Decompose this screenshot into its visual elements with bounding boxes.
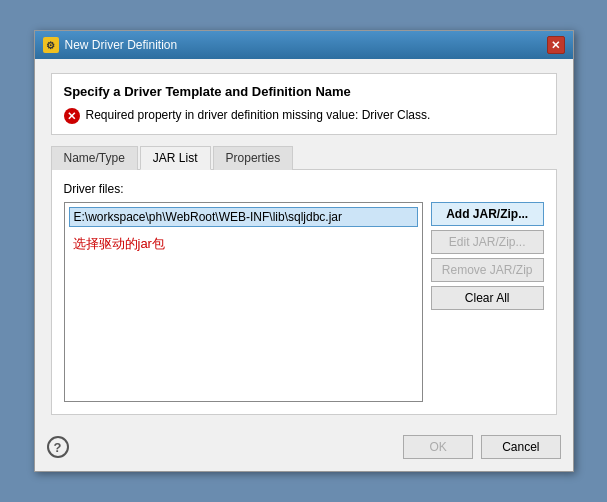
tab-content: Driver files: E:\workspace\ph\WebRoot\WE… [51,170,557,415]
dialog-window: ⚙ New Driver Definition ✕ Specify a Driv… [34,30,574,472]
edit-jar-button[interactable]: Edit JAR/Zip... [431,230,544,254]
ok-button[interactable]: OK [403,435,473,459]
hint-text: 选择驱动的jar包 [69,235,418,253]
tab-properties[interactable]: Properties [213,146,294,170]
driver-files-area: E:\workspace\ph\WebRoot\WEB-INF\lib\sqlj… [64,202,544,402]
help-button[interactable]: ? [47,436,69,458]
jar-buttons-column: Add JAR/Zip... Edit JAR/Zip... Remove JA… [431,202,544,310]
tab-jar-list[interactable]: JAR List [140,146,211,170]
driver-files-label: Driver files: [64,182,544,196]
header-title: Specify a Driver Template and Definition… [64,84,544,99]
window-title: New Driver Definition [65,38,178,52]
tab-name-type[interactable]: Name/Type [51,146,138,170]
window-icon: ⚙ [43,37,59,53]
error-text: Required property in driver definition m… [86,107,431,124]
error-icon: ✕ [64,108,80,124]
title-bar-left: ⚙ New Driver Definition [43,37,178,53]
add-jar-button[interactable]: Add JAR/Zip... [431,202,544,226]
dialog-body: Specify a Driver Template and Definition… [35,59,573,427]
tab-bar: Name/Type JAR List Properties [51,145,557,170]
close-button[interactable]: ✕ [547,36,565,54]
tabs-container: Name/Type JAR List Properties Driver fil… [51,145,557,415]
driver-list-box[interactable]: E:\workspace\ph\WebRoot\WEB-INF\lib\sqlj… [64,202,423,402]
error-row: ✕ Required property in driver definition… [64,107,544,124]
header-section: Specify a Driver Template and Definition… [51,73,557,135]
help-icon[interactable]: ? [47,436,69,458]
clear-all-button[interactable]: Clear All [431,286,544,310]
dialog-footer: ? OK Cancel [35,427,573,471]
remove-jar-button[interactable]: Remove JAR/Zip [431,258,544,282]
list-item[interactable]: E:\workspace\ph\WebRoot\WEB-INF\lib\sqlj… [69,207,418,227]
cancel-button[interactable]: Cancel [481,435,560,459]
title-bar: ⚙ New Driver Definition ✕ [35,31,573,59]
